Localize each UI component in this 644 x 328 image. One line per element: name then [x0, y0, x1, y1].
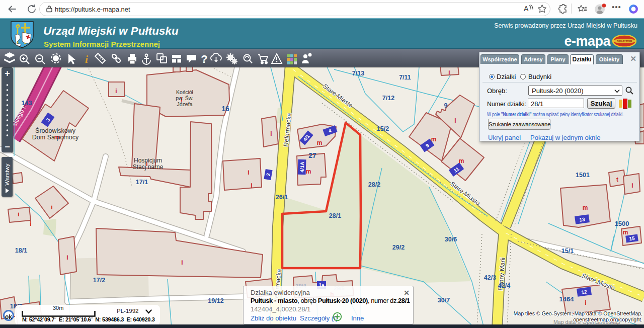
svg-text:i: i — [251, 182, 252, 189]
svg-text:Józefa: Józefa — [177, 101, 193, 107]
svg-text:i: i — [66, 254, 68, 261]
svg-text:7/12: 7/12 — [382, 95, 394, 102]
svg-text:15/2: 15/2 — [377, 125, 389, 132]
svg-text:7/13: 7/13 — [352, 70, 364, 77]
svg-text:i: i — [51, 204, 52, 211]
svg-text:17/1: 17/1 — [136, 179, 148, 186]
svg-text:Kościół: Kościół — [176, 89, 194, 95]
svg-text:42/4: 42/4 — [498, 282, 510, 289]
svg-text:m: m — [306, 168, 311, 175]
svg-text:Map tiles © Geo-System; Map da: Map tiles © Geo-System; Map data © OpenS… — [514, 310, 642, 316]
svg-text:?: ? — [201, 53, 207, 65]
svg-text:Środowiskowy: Środowiskowy — [35, 127, 76, 134]
svg-text:1501: 1501 — [576, 172, 590, 179]
svg-text:m: m — [583, 204, 588, 211]
svg-text:i: i — [30, 220, 31, 227]
svg-text:Dom Sa pomocy: Dom Sa pomocy — [32, 134, 79, 141]
svg-text:m: m — [431, 136, 437, 143]
svg-text:i: i — [248, 169, 249, 176]
svg-text:i: i — [631, 182, 633, 189]
svg-text:30/7: 30/7 — [438, 297, 450, 304]
svg-text:42/3: 42/3 — [484, 274, 496, 281]
svg-text:i: i — [585, 299, 586, 306]
svg-text:i: i — [270, 130, 272, 137]
svg-text:17/2: 17/2 — [93, 277, 105, 284]
svg-text:19/12: 19/12 — [208, 297, 223, 304]
svg-text:28/1: 28/1 — [329, 212, 341, 219]
svg-text:i: i — [448, 69, 450, 76]
svg-text:pw. Św.: pw. Św. — [176, 95, 194, 101]
svg-text:12: 12 — [581, 289, 588, 295]
svg-text:4/1A: 4/1A — [299, 161, 305, 172]
svg-text:9: 9 — [444, 102, 448, 109]
svg-text:29/2: 29/2 — [392, 244, 405, 251]
svg-text:Stacj narne: Stacj narne — [133, 163, 164, 171]
svg-text:7/11: 7/11 — [399, 74, 411, 81]
svg-text:1464: 1464 — [559, 295, 575, 303]
svg-text:t: t — [616, 176, 618, 183]
svg-text:15/1: 15/1 — [561, 248, 574, 255]
svg-text:143: 143 — [22, 100, 32, 107]
svg-text:GEO-SYSTEM: GEO-SYSTEM — [617, 40, 632, 43]
svg-text:16: 16 — [221, 105, 229, 113]
svg-text:m: m — [623, 229, 628, 236]
svg-text:27: 27 — [308, 151, 316, 159]
svg-text:i: i — [115, 88, 117, 95]
svg-text:26/1: 26/1 — [276, 194, 288, 201]
svg-text:13: 13 — [579, 216, 586, 223]
svg-text:i: i — [18, 211, 19, 218]
svg-text:15: 15 — [629, 235, 635, 242]
svg-text:m: m — [459, 157, 464, 165]
svg-text:1500: 1500 — [615, 220, 629, 227]
svg-text:i: i — [181, 259, 183, 266]
svg-text:m: m — [317, 139, 323, 146]
svg-text:i: i — [454, 117, 456, 124]
svg-text:28/2: 28/2 — [368, 181, 380, 188]
svg-text:Hospicjum: Hospicjum — [134, 157, 162, 164]
svg-text:18/1: 18/1 — [15, 247, 27, 254]
svg-text:30/6: 30/6 — [445, 236, 457, 243]
svg-text:i: i — [85, 53, 89, 65]
svg-text:openstreetmap.org/copyright.: openstreetmap.org/copyright. — [573, 316, 642, 322]
